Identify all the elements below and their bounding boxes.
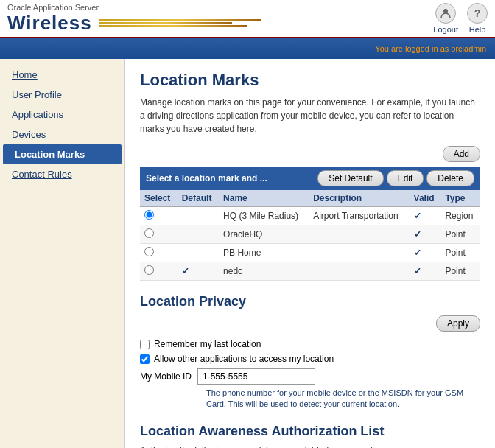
logout-label: Logout bbox=[433, 25, 458, 34]
apply-button-row: Apply bbox=[140, 315, 480, 332]
mobile-id-label: My Mobile ID bbox=[140, 371, 192, 382]
table-header-row: Select Default Name Description Valid Ty… bbox=[140, 190, 480, 207]
page-title: Location Marks bbox=[140, 71, 480, 90]
col-select: Select bbox=[140, 190, 178, 207]
table-row: ✓ nedc ✓ Point bbox=[140, 262, 480, 281]
col-default: Default bbox=[178, 190, 219, 207]
select-bar: Select a location mark and ... Set Defau… bbox=[140, 167, 480, 190]
sidebar-item-location-marks[interactable]: Location Marks bbox=[3, 144, 122, 164]
help-icon: ? bbox=[467, 3, 488, 24]
logout-button[interactable]: Logout bbox=[433, 3, 458, 34]
delete-button[interactable]: Delete bbox=[426, 170, 474, 186]
help-button[interactable]: ? Help bbox=[467, 3, 488, 34]
page-description: Manage location marks on this page for y… bbox=[140, 96, 480, 136]
logged-in-text: You are logged in as orcladmin bbox=[375, 44, 486, 53]
help-label: Help bbox=[469, 25, 486, 34]
cell-select[interactable] bbox=[140, 244, 178, 262]
sidebar-item-contact-rules[interactable]: Contact Rules bbox=[0, 164, 124, 184]
location-privacy-title: Location Privacy bbox=[140, 294, 480, 309]
cell-default bbox=[178, 244, 219, 262]
remember-location-label: Remember my last location bbox=[154, 339, 261, 349]
cell-type: Point bbox=[440, 225, 480, 244]
cell-type: Point bbox=[440, 262, 480, 281]
cell-description bbox=[309, 262, 409, 281]
cell-select[interactable] bbox=[140, 225, 178, 244]
app-header: Oracle Application Server Wireless Logou… bbox=[0, 0, 495, 38]
cell-default: ✓ bbox=[178, 262, 219, 281]
logo-line-1 bbox=[99, 19, 261, 21]
cell-valid: ✓ bbox=[410, 262, 441, 281]
mobile-id-row: My Mobile ID bbox=[140, 368, 480, 385]
cell-select[interactable] bbox=[140, 207, 178, 225]
cell-description bbox=[309, 225, 409, 244]
logo-line-3 bbox=[99, 25, 247, 27]
cell-name: OracleHQ bbox=[219, 225, 309, 244]
table-row: HQ (3 Mile Radius) Airport Transportatio… bbox=[140, 207, 480, 225]
cell-name: HQ (3 Mile Radius) bbox=[219, 207, 309, 225]
select-bar-actions: Set Default Edit Delete bbox=[317, 170, 474, 186]
header-actions: Logout ? Help bbox=[433, 3, 488, 34]
sidebar-item-user-profile[interactable]: User Profile bbox=[0, 85, 124, 105]
cell-select[interactable] bbox=[140, 262, 178, 281]
main-layout: Home User Profile Applications Devices L… bbox=[0, 59, 495, 448]
allow-apps-label: Allow other applications to access my lo… bbox=[154, 354, 334, 364]
apply-button[interactable]: Apply bbox=[436, 315, 480, 332]
select-bar-label: Select a location mark and ... bbox=[146, 173, 267, 183]
set-default-button[interactable]: Set Default bbox=[317, 170, 383, 186]
cell-valid: ✓ bbox=[410, 225, 441, 244]
cell-default bbox=[178, 207, 219, 225]
col-name: Name bbox=[219, 190, 309, 207]
remember-location-row: Remember my last location bbox=[140, 339, 480, 349]
logo-decorative-lines bbox=[99, 19, 261, 27]
remember-location-checkbox[interactable] bbox=[140, 340, 150, 349]
radio-select-1[interactable] bbox=[144, 228, 154, 238]
cell-valid: ✓ bbox=[410, 244, 441, 262]
radio-select-3[interactable] bbox=[144, 265, 154, 275]
awareness-description: Authorize the following person(s) or gro… bbox=[140, 445, 480, 448]
allow-apps-row: Allow other applications to access my lo… bbox=[140, 354, 480, 364]
sidebar-item-devices[interactable]: Devices bbox=[0, 125, 124, 144]
cell-valid: ✓ bbox=[410, 207, 441, 225]
logout-icon bbox=[435, 3, 456, 24]
table-row: PB Home ✓ Point bbox=[140, 244, 480, 262]
logo-block: Oracle Application Server Wireless bbox=[7, 3, 261, 35]
cell-name: PB Home bbox=[219, 244, 309, 262]
cell-description: Airport Transportation bbox=[309, 207, 409, 225]
cell-name: nedc bbox=[219, 262, 309, 281]
svg-point-0 bbox=[443, 9, 448, 13]
col-valid: Valid bbox=[410, 190, 441, 207]
cell-type: Point bbox=[440, 244, 480, 262]
table-row: OracleHQ ✓ Point bbox=[140, 225, 480, 244]
location-marks-table: Select Default Name Description Valid Ty… bbox=[140, 190, 480, 281]
oracle-app-label: Oracle Application Server bbox=[7, 3, 261, 12]
blue-banner: You are logged in as orcladmin bbox=[0, 38, 495, 59]
sidebar: Home User Profile Applications Devices L… bbox=[0, 59, 125, 448]
allow-apps-checkbox[interactable] bbox=[140, 354, 150, 364]
cell-type: Region bbox=[440, 207, 480, 225]
wireless-label: Wireless bbox=[7, 12, 92, 35]
cell-default bbox=[178, 225, 219, 244]
phone-hint: The phone number for your mobile device … bbox=[206, 388, 480, 410]
sidebar-item-home[interactable]: Home bbox=[0, 65, 124, 85]
add-button-row: Add bbox=[140, 146, 480, 162]
sidebar-item-applications[interactable]: Applications bbox=[0, 105, 124, 125]
content-area: Location Marks Manage location marks on … bbox=[125, 59, 495, 448]
radio-select-0[interactable] bbox=[144, 210, 154, 220]
col-description: Description bbox=[309, 190, 409, 207]
location-awareness-title: Location Awareness Authorization List bbox=[140, 424, 480, 439]
add-button[interactable]: Add bbox=[443, 146, 480, 162]
mobile-id-input[interactable] bbox=[197, 368, 315, 385]
cell-description bbox=[309, 244, 409, 262]
radio-select-2[interactable] bbox=[144, 247, 154, 256]
logo-line-2 bbox=[99, 22, 232, 24]
edit-button[interactable]: Edit bbox=[387, 170, 424, 186]
logo-text-block: Oracle Application Server Wireless bbox=[7, 3, 261, 35]
col-type: Type bbox=[440, 190, 480, 207]
